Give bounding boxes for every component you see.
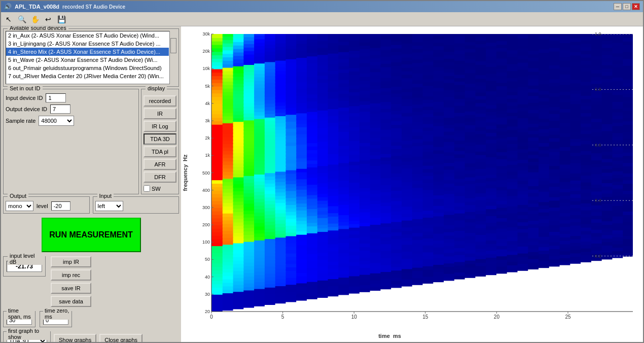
home-icon[interactable]: ↖ [3,14,14,25]
input-group: Input left right [93,196,180,214]
time-controls-row: time span, ms time zero, ms [3,311,179,327]
inout-content: Input device ID Output device ID Sample … [6,93,136,126]
btn-dfr[interactable]: DFR [144,172,176,183]
display-group: display recorded IR IR Log TDA 3D TDA pl… [141,89,179,194]
close-graphs-button[interactable]: Close graphs [99,334,142,342]
first-graph-title: first graph to show [7,328,50,340]
input-device-id[interactable] [46,93,66,102]
titlebar: 🔊 APL_TDA_v008d recorded ST Audio Device… [1,1,643,12]
maximize-button[interactable]: □ [623,3,631,10]
left-panel: Avilable sound devices 2 in_Aux (2- ASUS… [1,26,181,342]
toolbar: ↖ 🔍 ✋ ↩ 💾 [1,12,643,26]
sample-rate-select[interactable]: 48000 44100 96000 192000 [39,116,74,126]
output-mode-select[interactable]: mono stereo [6,201,33,211]
sound-devices-list[interactable]: 2 in_Aux (2- ASUS Xonar Essence ST Audio… [6,31,176,84]
device-item-1[interactable]: 3 in_Lijningang (2- ASUS Xonar Essence S… [6,40,169,48]
output-input-row: Output mono stereo level Input le [3,196,179,214]
app-icon: 🔊 [4,3,12,10]
save-data-button[interactable]: save data [51,296,91,307]
first-graph-group: first graph to show TDA 3D recorded IR I… [3,331,51,342]
graph-controls-row: first graph to show TDA 3D recorded IR I… [3,331,179,342]
imp-ir-button[interactable]: imp IR [51,256,91,267]
run-measurement-button[interactable]: RUN MEASUREMENT [42,218,141,252]
btn-afr[interactable]: AFR [144,159,176,170]
output-group: Output mono stereo level [3,196,90,214]
btn-ir-log[interactable]: IR Log [144,121,176,132]
output-title: Output [8,193,28,199]
scrollbar[interactable] [169,31,176,84]
show-graphs-button[interactable]: Show graphs [54,334,96,342]
input-level-title: input level dB [8,253,45,265]
mid-section: Set in out ID Input device ID Output dev… [3,89,179,194]
sound-devices-title: Avilable sound devices [8,26,68,31]
input-level-group: input level dB -21.73 [3,256,46,277]
time-span-title: time span, ms [7,307,35,320]
save-icon[interactable]: 💾 [56,14,67,25]
level-section: input level dB -21.73 [3,256,46,278]
close-button[interactable]: ✕ [632,3,640,10]
app-subtitle: recorded ST Audio Device [62,4,125,10]
btn-recorded[interactable]: recorded [144,95,176,107]
window-controls: ─ □ ✕ [614,3,640,10]
sw-checkbox[interactable] [144,185,150,192]
imp-rec-button[interactable]: imp rec [51,269,91,281]
time-span-group: time span, ms [3,311,35,327]
btn-tda-pl[interactable]: TDA pl [144,146,176,157]
btn-tda3d[interactable]: TDA 3D [144,133,176,145]
tda3d-chart [181,26,643,342]
save-ir-button[interactable]: save IR [51,283,91,294]
time-zero-title: time zero, ms [43,307,71,320]
app-title: APL_TDA_v008d [15,4,59,10]
level-input[interactable] [51,201,70,211]
input-title: Input [97,193,114,199]
level-buttons-row: input level dB -21.73 imp IR imp rec sav… [3,256,179,307]
undo-icon[interactable]: ↩ [43,14,54,25]
device-item-0[interactable]: 2 in_Aux (2- ASUS Xonar Essence ST Audio… [6,31,169,40]
run-measurement-area: RUN MEASUREMENT [3,216,179,254]
titlebar-left: 🔊 APL_TDA_v008d recorded ST Audio Device [4,3,125,10]
device-item-5[interactable]: 7 out_JRiver Media Center 20 (JRiver Med… [6,72,169,80]
set-inout-title: Set in out ID [8,85,43,91]
time-zero-group: time zero, ms [40,311,72,327]
chart-area [181,26,643,342]
level-label: level [37,203,48,209]
minimize-button[interactable]: ─ [614,3,622,10]
main-window: 🔊 APL_TDA_v008d recorded ST Audio Device… [0,0,644,343]
pan-icon[interactable]: ✋ [29,14,41,25]
sample-rate-label: Sample rate [6,118,35,124]
input-channel-select[interactable]: left right [95,201,123,211]
action-buttons: imp IR imp rec save IR save data [49,256,91,307]
sound-devices-container: 2 in_Aux (2- ASUS Xonar Essence ST Audio… [6,31,176,84]
output-device-id[interactable] [50,105,70,114]
main-content: Avilable sound devices 2 in_Aux (2- ASUS… [1,26,643,342]
scrollbar-thumb [170,38,176,53]
device-item-4[interactable]: 6 out_Primair geluidsstuurprogramma (Win… [6,64,169,72]
btn-ir[interactable]: IR [144,108,176,119]
sound-devices-group: Avilable sound devices 2 in_Aux (2- ASUS… [3,28,179,87]
device-item-2[interactable]: 4 in_Stereo Mix (2- ASUS Xonar Essence S… [6,48,169,56]
display-buttons: recorded IR IR Log TDA 3D TDA pl AFR DFR… [144,95,176,192]
zoom-icon[interactable]: 🔍 [16,14,27,25]
device-item-3[interactable]: 5 in_Wave (2- ASUS Xonar Essence ST Audi… [6,56,169,64]
set-inout-group: Set in out ID Input device ID Output dev… [3,89,139,194]
sw-label: SW [152,186,161,192]
input-device-label: Input device ID [6,95,43,101]
output-device-label: Output device ID [6,106,47,112]
display-title: display [146,85,167,91]
